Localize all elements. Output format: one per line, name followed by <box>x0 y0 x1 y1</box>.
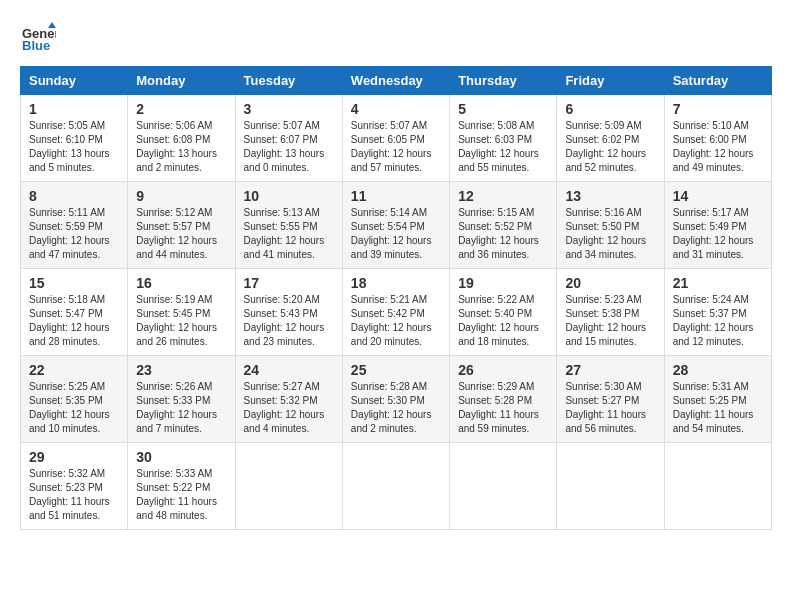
calendar-table: SundayMondayTuesdayWednesdayThursdayFrid… <box>20 66 772 530</box>
calendar-cell: 9 Sunrise: 5:12 AMSunset: 5:57 PMDayligh… <box>128 182 235 269</box>
day-info: Sunrise: 5:12 AMSunset: 5:57 PMDaylight:… <box>136 207 217 260</box>
day-number: 20 <box>565 275 655 291</box>
calendar-cell: 7 Sunrise: 5:10 AMSunset: 6:00 PMDayligh… <box>664 95 771 182</box>
day-info: Sunrise: 5:21 AMSunset: 5:42 PMDaylight:… <box>351 294 432 347</box>
calendar-cell <box>664 443 771 530</box>
calendar-cell: 3 Sunrise: 5:07 AMSunset: 6:07 PMDayligh… <box>235 95 342 182</box>
calendar-cell: 2 Sunrise: 5:06 AMSunset: 6:08 PMDayligh… <box>128 95 235 182</box>
day-info: Sunrise: 5:09 AMSunset: 6:02 PMDaylight:… <box>565 120 646 173</box>
weekday-header-thursday: Thursday <box>450 67 557 95</box>
day-info: Sunrise: 5:07 AMSunset: 6:07 PMDaylight:… <box>244 120 325 173</box>
day-number: 5 <box>458 101 548 117</box>
page-header: General Blue <box>20 20 772 56</box>
day-info: Sunrise: 5:29 AMSunset: 5:28 PMDaylight:… <box>458 381 539 434</box>
day-info: Sunrise: 5:33 AMSunset: 5:22 PMDaylight:… <box>136 468 217 521</box>
day-number: 28 <box>673 362 763 378</box>
day-info: Sunrise: 5:27 AMSunset: 5:32 PMDaylight:… <box>244 381 325 434</box>
svg-text:Blue: Blue <box>22 38 50 53</box>
day-number: 21 <box>673 275 763 291</box>
day-number: 11 <box>351 188 441 204</box>
day-number: 2 <box>136 101 226 117</box>
day-info: Sunrise: 5:20 AMSunset: 5:43 PMDaylight:… <box>244 294 325 347</box>
day-number: 30 <box>136 449 226 465</box>
day-info: Sunrise: 5:13 AMSunset: 5:55 PMDaylight:… <box>244 207 325 260</box>
day-number: 22 <box>29 362 119 378</box>
day-info: Sunrise: 5:31 AMSunset: 5:25 PMDaylight:… <box>673 381 754 434</box>
day-number: 16 <box>136 275 226 291</box>
calendar-cell <box>235 443 342 530</box>
calendar-cell: 20 Sunrise: 5:23 AMSunset: 5:38 PMDaylig… <box>557 269 664 356</box>
calendar-cell: 27 Sunrise: 5:30 AMSunset: 5:27 PMDaylig… <box>557 356 664 443</box>
calendar-week-3: 15 Sunrise: 5:18 AMSunset: 5:47 PMDaylig… <box>21 269 772 356</box>
day-info: Sunrise: 5:23 AMSunset: 5:38 PMDaylight:… <box>565 294 646 347</box>
day-info: Sunrise: 5:22 AMSunset: 5:40 PMDaylight:… <box>458 294 539 347</box>
day-number: 12 <box>458 188 548 204</box>
svg-marker-2 <box>48 22 56 28</box>
calendar-week-1: 1 Sunrise: 5:05 AMSunset: 6:10 PMDayligh… <box>21 95 772 182</box>
weekday-header-wednesday: Wednesday <box>342 67 449 95</box>
calendar-cell <box>450 443 557 530</box>
calendar-cell: 11 Sunrise: 5:14 AMSunset: 5:54 PMDaylig… <box>342 182 449 269</box>
calendar-cell: 17 Sunrise: 5:20 AMSunset: 5:43 PMDaylig… <box>235 269 342 356</box>
weekday-header-saturday: Saturday <box>664 67 771 95</box>
day-number: 18 <box>351 275 441 291</box>
calendar-cell: 5 Sunrise: 5:08 AMSunset: 6:03 PMDayligh… <box>450 95 557 182</box>
calendar-cell: 16 Sunrise: 5:19 AMSunset: 5:45 PMDaylig… <box>128 269 235 356</box>
weekday-header-monday: Monday <box>128 67 235 95</box>
day-info: Sunrise: 5:10 AMSunset: 6:00 PMDaylight:… <box>673 120 754 173</box>
weekday-header-friday: Friday <box>557 67 664 95</box>
day-info: Sunrise: 5:32 AMSunset: 5:23 PMDaylight:… <box>29 468 110 521</box>
calendar-cell: 13 Sunrise: 5:16 AMSunset: 5:50 PMDaylig… <box>557 182 664 269</box>
calendar-cell: 24 Sunrise: 5:27 AMSunset: 5:32 PMDaylig… <box>235 356 342 443</box>
calendar-cell: 30 Sunrise: 5:33 AMSunset: 5:22 PMDaylig… <box>128 443 235 530</box>
calendar-cell <box>557 443 664 530</box>
day-info: Sunrise: 5:28 AMSunset: 5:30 PMDaylight:… <box>351 381 432 434</box>
calendar-cell: 15 Sunrise: 5:18 AMSunset: 5:47 PMDaylig… <box>21 269 128 356</box>
calendar-cell: 10 Sunrise: 5:13 AMSunset: 5:55 PMDaylig… <box>235 182 342 269</box>
day-info: Sunrise: 5:11 AMSunset: 5:59 PMDaylight:… <box>29 207 110 260</box>
day-number: 10 <box>244 188 334 204</box>
day-number: 8 <box>29 188 119 204</box>
day-info: Sunrise: 5:17 AMSunset: 5:49 PMDaylight:… <box>673 207 754 260</box>
calendar-cell: 4 Sunrise: 5:07 AMSunset: 6:05 PMDayligh… <box>342 95 449 182</box>
day-info: Sunrise: 5:15 AMSunset: 5:52 PMDaylight:… <box>458 207 539 260</box>
day-info: Sunrise: 5:30 AMSunset: 5:27 PMDaylight:… <box>565 381 646 434</box>
calendar-week-2: 8 Sunrise: 5:11 AMSunset: 5:59 PMDayligh… <box>21 182 772 269</box>
day-number: 4 <box>351 101 441 117</box>
day-number: 7 <box>673 101 763 117</box>
calendar-cell: 28 Sunrise: 5:31 AMSunset: 5:25 PMDaylig… <box>664 356 771 443</box>
day-number: 14 <box>673 188 763 204</box>
calendar-cell: 18 Sunrise: 5:21 AMSunset: 5:42 PMDaylig… <box>342 269 449 356</box>
calendar-header-row: SundayMondayTuesdayWednesdayThursdayFrid… <box>21 67 772 95</box>
day-number: 3 <box>244 101 334 117</box>
day-number: 27 <box>565 362 655 378</box>
day-info: Sunrise: 5:18 AMSunset: 5:47 PMDaylight:… <box>29 294 110 347</box>
day-number: 29 <box>29 449 119 465</box>
logo-icon: General Blue <box>20 20 56 56</box>
calendar-cell: 6 Sunrise: 5:09 AMSunset: 6:02 PMDayligh… <box>557 95 664 182</box>
day-number: 24 <box>244 362 334 378</box>
calendar-cell: 29 Sunrise: 5:32 AMSunset: 5:23 PMDaylig… <box>21 443 128 530</box>
day-number: 19 <box>458 275 548 291</box>
calendar-cell: 25 Sunrise: 5:28 AMSunset: 5:30 PMDaylig… <box>342 356 449 443</box>
calendar-cell: 19 Sunrise: 5:22 AMSunset: 5:40 PMDaylig… <box>450 269 557 356</box>
weekday-header-sunday: Sunday <box>21 67 128 95</box>
day-info: Sunrise: 5:25 AMSunset: 5:35 PMDaylight:… <box>29 381 110 434</box>
logo: General Blue <box>20 20 60 56</box>
calendar-cell: 21 Sunrise: 5:24 AMSunset: 5:37 PMDaylig… <box>664 269 771 356</box>
day-number: 6 <box>565 101 655 117</box>
calendar-cell <box>342 443 449 530</box>
calendar-cell: 26 Sunrise: 5:29 AMSunset: 5:28 PMDaylig… <box>450 356 557 443</box>
day-number: 13 <box>565 188 655 204</box>
weekday-header-tuesday: Tuesday <box>235 67 342 95</box>
day-info: Sunrise: 5:08 AMSunset: 6:03 PMDaylight:… <box>458 120 539 173</box>
calendar-week-5: 29 Sunrise: 5:32 AMSunset: 5:23 PMDaylig… <box>21 443 772 530</box>
day-number: 25 <box>351 362 441 378</box>
calendar-cell: 14 Sunrise: 5:17 AMSunset: 5:49 PMDaylig… <box>664 182 771 269</box>
day-info: Sunrise: 5:16 AMSunset: 5:50 PMDaylight:… <box>565 207 646 260</box>
day-number: 17 <box>244 275 334 291</box>
calendar-cell: 22 Sunrise: 5:25 AMSunset: 5:35 PMDaylig… <box>21 356 128 443</box>
calendar-cell: 1 Sunrise: 5:05 AMSunset: 6:10 PMDayligh… <box>21 95 128 182</box>
day-info: Sunrise: 5:05 AMSunset: 6:10 PMDaylight:… <box>29 120 110 173</box>
calendar-cell: 12 Sunrise: 5:15 AMSunset: 5:52 PMDaylig… <box>450 182 557 269</box>
